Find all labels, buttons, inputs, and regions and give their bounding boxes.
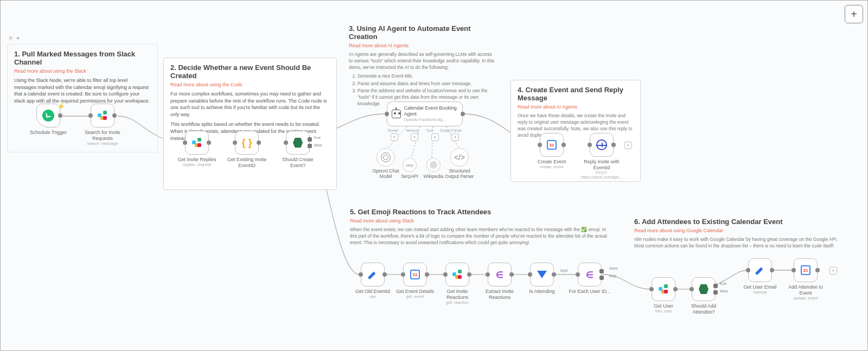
node-search-invites[interactable]: Search for Invite Requests search: messa…	[81, 104, 124, 146]
node-label: Wikipedia	[422, 174, 445, 179]
code-output-icon: </>	[454, 153, 465, 162]
google-calendar-icon	[547, 140, 557, 150]
node-old-eventid[interactable]: Get Old EventId raw	[351, 263, 394, 299]
node-schedule-trigger[interactable]: ⚡ Schedule Trigger	[27, 104, 70, 136]
slack-icon	[98, 111, 107, 120]
section-2-panel: 2. Decide Whether a new Event Should Be …	[163, 58, 337, 190]
node-openai-model[interactable]: OpenAI Chat Model	[371, 148, 401, 179]
wikipedia-icon	[430, 161, 437, 169]
section-2-link[interactable]: Read more about using the Code	[170, 82, 330, 87]
add-node-button[interactable]: +	[845, 5, 863, 23]
section-1-desc: Using the Slack Node, we're able to filt…	[14, 77, 151, 104]
workflow-canvas[interactable]: + ⎘✦ 1. Pull Marked Messages from S	[0, 0, 868, 351]
node-sublabel: search: message	[81, 142, 124, 146]
section-6-title: 6. Add Attendees to Existing Calendar Ev…	[634, 218, 840, 226]
section-6-desc: n8n nodes make it easy to work with Goog…	[634, 237, 840, 250]
node-should-create-event[interactable]: Should Create Event?	[276, 131, 320, 169]
node-label: Search for Invite Requests	[81, 130, 124, 142]
section-4-link[interactable]: Read more about AI Agents	[518, 104, 634, 110]
node-sublabel: raw	[351, 295, 394, 299]
code-icon: { }	[241, 137, 252, 149]
node-label: Reply Invite with EventId	[580, 159, 623, 171]
serpapi-icon: serp	[406, 163, 413, 167]
section-2-desc: For more complex workflows, sometimes yo…	[170, 91, 330, 118]
globe-icon	[596, 139, 607, 150]
robot-icon	[392, 110, 401, 118]
section-3-li1: Generate a nice Event title.	[358, 73, 496, 80]
node-event-details[interactable]: Get Event Details get: event	[393, 263, 437, 299]
node-wikipedia[interactable]: Wikipedia	[422, 158, 445, 179]
branch-true-label-2: true	[720, 282, 726, 285]
agent-port-parser: Output Parser	[440, 129, 462, 132]
node-get-existing-eventid[interactable]: { } Get Existing Invite EventID	[225, 131, 269, 169]
node-output-parser[interactable]: </> Structured Output Parser	[444, 148, 475, 179]
node-label: Calendar Event Booking Agent	[404, 105, 457, 116]
slack-icon	[452, 270, 462, 279]
section-1-link[interactable]: Read more about using the Slack	[14, 68, 151, 74]
section-3-title: 3. Using AI Agent to Automate Event Crea…	[349, 24, 496, 41]
node-sublabel: update: event	[784, 296, 827, 301]
node-get-user[interactable]: Get User info: user	[642, 277, 685, 314]
section-2-title: 2. Decide Whether a new Event Should Be …	[170, 63, 330, 80]
node-label: Add Attendee to Event	[784, 284, 827, 296]
clock-icon	[42, 110, 54, 122]
filter-kept-label: kept	[560, 269, 567, 272]
pencil-icon	[368, 270, 378, 279]
section-3-li2: Parse and assume dates and times from us…	[358, 81, 496, 87]
node-label: OpenAI Chat Model	[371, 168, 401, 179]
node-for-each-user[interactable]: ∈ For Each User ID...	[568, 263, 611, 295]
agent-add-memory[interactable]: +	[411, 133, 418, 141]
node-reply-invite[interactable]: Reply Invite with EventId POST: https://…	[580, 133, 623, 180]
node-label: Should Create Event?	[276, 157, 320, 169]
node-label: Get Invite Reactions	[436, 289, 479, 301]
google-calendar-icon	[410, 270, 420, 279]
section-1-title: 1. Pull Marked Messages from Slack Chann…	[14, 50, 151, 66]
add-after-reply[interactable]: +	[624, 142, 632, 149]
section-3-desc: AI Agents are generally described as sel…	[349, 52, 496, 71]
loop-loop-label: loop	[609, 274, 616, 278]
add-after-attendee[interactable]: +	[829, 267, 837, 275]
node-sublabel: get: event	[393, 295, 437, 299]
node-ai-agent[interactable]: Calendar Event Booking AgentOpenAI Funct…	[384, 101, 465, 141]
section-5-link[interactable]: Read more about using Slack	[350, 218, 614, 224]
section-4-title: 4. Create Event and Send Reply Message	[518, 86, 634, 102]
node-get-user-email[interactable]: Get User Email manual	[738, 258, 782, 295]
node-label: Structured Output Parser	[444, 168, 475, 179]
agent-add-tool[interactable]: +	[431, 133, 439, 141]
extract-icon: ∈	[496, 270, 503, 280]
node-sublabel: POST: https://slack.com/api/...	[580, 171, 623, 180]
slack-icon	[659, 284, 668, 294]
branch-false-label: false	[314, 143, 322, 147]
section-5-title: 5. Get Emoji Reactions to Track Attendee…	[350, 208, 614, 216]
node-is-attending[interactable]: Is Attending	[520, 263, 564, 295]
agent-port-tool: Tool	[426, 129, 432, 132]
node-label: SerpAPI	[398, 174, 422, 179]
node-label: Extract Invite Reactions	[478, 289, 521, 301]
node-add-attendee[interactable]: Add Attendee to Event update: event	[784, 258, 827, 301]
node-get-replies[interactable]: Get Invite Replies replies: channel	[175, 131, 219, 167]
section-6-link[interactable]: Read more about using Google Calendar	[634, 228, 840, 233]
slack-icon	[192, 138, 202, 148]
pencil-icon	[755, 265, 765, 275]
openai-icon	[381, 152, 391, 162]
node-sublabel: OpenAI Functions Ag...	[404, 117, 446, 122]
switch-icon	[699, 284, 709, 294]
agent-add-model[interactable]: +	[391, 133, 398, 141]
loop-icon: ∈	[586, 270, 593, 280]
loop-done-label: done	[609, 266, 618, 270]
agent-add-parser[interactable]: +	[451, 133, 459, 141]
google-calendar-icon	[801, 265, 810, 275]
node-sublabel: create: event	[530, 165, 573, 169]
filter-icon	[537, 271, 547, 278]
node-should-add-attendee[interactable]: Should Add Attendee?	[682, 277, 725, 315]
node-create-event[interactable]: Create Event create: event	[530, 133, 573, 169]
node-sublabel: get: reaction	[436, 301, 479, 305]
node-serpapi[interactable]: serp SerpAPI	[398, 158, 422, 179]
node-extract-reactions[interactable]: ∈ Extract Invite Reactions	[478, 263, 521, 301]
section-3-link[interactable]: Read more about AI Agents	[349, 43, 496, 48]
node-label: Should Add Attendee?	[682, 303, 725, 315]
node-invite-reactions[interactable]: Get Invite Reactions get: reaction	[436, 263, 479, 305]
node-label: Is Attending	[520, 289, 564, 295]
node-sublabel: replies: channel	[175, 163, 219, 167]
node-sublabel: manual	[738, 290, 782, 295]
